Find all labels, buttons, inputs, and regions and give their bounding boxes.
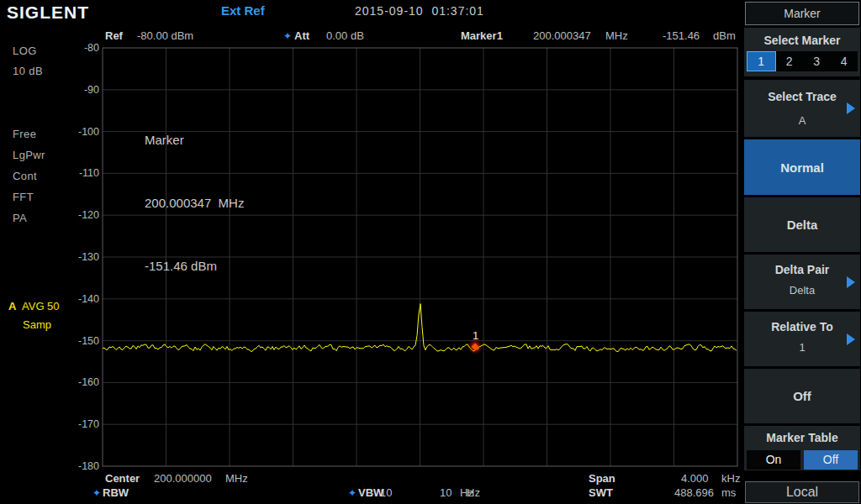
swt-label: SWT: [589, 486, 613, 499]
status-fft-mode: FFT: [13, 191, 34, 203]
vbw-diamond-icon: ✦: [348, 487, 357, 499]
coupling-diamond-icon: ✦: [283, 30, 292, 42]
y-axis-tick-label: -180: [78, 460, 99, 472]
marker-off-softkey[interactable]: Off: [744, 369, 860, 423]
delta-label: Delta: [744, 218, 860, 232]
softkey-menu: Marker Select Marker 1 2 3 4 Select Trac…: [743, 0, 861, 504]
y-axis-tick-label: -100: [78, 126, 99, 138]
span-unit: kHz: [721, 472, 740, 485]
status-lgpwr: LgPwr: [13, 149, 45, 161]
y-axis-tick-label: -140: [78, 293, 99, 305]
marker-select-group: 1 2 3 4: [747, 51, 858, 71]
marker-annotation-title: Marker: [145, 129, 244, 150]
status-db-per-div: 10 dB: [13, 65, 43, 77]
spectrum-plot: -80-90-100-110-120-130-140-150-160-170-1…: [0, 0, 861, 504]
marker-option-1[interactable]: 1: [747, 51, 776, 71]
status-trigger-free: Free: [13, 128, 36, 140]
submenu-arrow-icon: [847, 276, 855, 288]
y-axis-tick-label: -120: [78, 209, 99, 221]
submenu-arrow-icon: [847, 333, 855, 345]
marker-readout-freq: 200.000347: [533, 29, 591, 42]
menu-title: Marker: [745, 2, 859, 25]
spectrum-analyzer-screen: SIGLENT Ext Ref 2015-09-10 01:37:01 Ref …: [0, 0, 861, 504]
y-axis-tick-label: -150: [78, 335, 99, 347]
y-axis-tick-label: -110: [79, 167, 99, 179]
select-marker-softkey[interactable]: Select Marker 1 2 3 4: [744, 28, 860, 76]
relative-to-label: Relative To: [744, 320, 860, 333]
datetime-display: 2015-09-10 01:37:01: [355, 4, 484, 18]
attenuation-label: Att: [294, 29, 309, 42]
brand-logo: SIGLENT: [7, 3, 89, 23]
trace-detector-indicator: Samp: [23, 318, 51, 331]
ref-level-value: -80.00 dBm: [137, 29, 193, 42]
status-preamp: PA: [13, 212, 27, 224]
select-marker-label: Select Marker: [744, 34, 860, 47]
marker-readout-ampl: -151.46: [663, 29, 700, 42]
marker-annotation-ampl: -151.46 dBm: [145, 255, 244, 276]
span-value: 4.000: [681, 472, 709, 485]
marker-table-off-option[interactable]: Off: [804, 450, 858, 470]
ext-ref-status: Ext Ref: [221, 3, 265, 18]
attenuation-value: 0.00 dB: [326, 29, 364, 42]
trace-average-indicator: AVG 50: [22, 300, 60, 312]
marker-table-toggle: On Off: [747, 450, 858, 470]
marker-off-label: Off: [744, 389, 860, 403]
vbw-unit: Hz: [467, 486, 480, 499]
y-axis-tick-label: -130: [78, 251, 99, 263]
rbw-diamond-icon: ✦: [92, 487, 101, 499]
marker-glow: [467, 339, 483, 354]
marker-option-4[interactable]: 4: [831, 51, 858, 71]
select-trace-softkey[interactable]: Select Trace A: [744, 80, 860, 137]
normal-label: Normal: [744, 160, 860, 175]
y-axis-tick-label: -90: [84, 84, 99, 96]
ref-level-label: Ref: [105, 29, 123, 42]
normal-softkey[interactable]: Normal: [744, 139, 860, 195]
local-button[interactable]: Local: [745, 481, 859, 503]
marker-readout-ampl-unit: dBm: [713, 29, 736, 42]
swt-unit: ms: [721, 486, 736, 499]
swt-value: 488.696: [674, 486, 714, 499]
marker-readout-label: Marker1: [461, 29, 503, 42]
relative-to-value: 1: [744, 341, 860, 354]
center-freq-unit: MHz: [225, 472, 248, 485]
marker-table-on-option[interactable]: On: [747, 450, 800, 470]
delta-pair-value: Delta: [744, 284, 860, 297]
marker-table-label: Marker Table: [744, 431, 860, 444]
marker-annotation: Marker 200.000347 MHz -151.46 dBm: [145, 87, 244, 318]
status-log-scale: LOG: [13, 45, 37, 57]
marker-number-label: 1: [473, 329, 478, 342]
delta-pair-softkey[interactable]: Delta Pair Delta: [744, 255, 860, 309]
vbw-label: VBW: [358, 486, 383, 499]
submenu-arrow-icon: [847, 102, 855, 114]
select-trace-label: Select Trace: [744, 90, 860, 103]
rbw-label: RBW: [103, 486, 129, 499]
marker-readout-freq-unit: MHz: [605, 29, 628, 42]
trace-letter-indicator: A: [8, 300, 16, 312]
center-freq-label: Center: [105, 472, 140, 485]
marker-annotation-freq: 200.000347 MHz: [145, 192, 244, 213]
delta-pair-label: Delta Pair: [744, 263, 860, 276]
status-cont-sweep: Cont: [13, 170, 37, 182]
span-label: Span: [589, 472, 615, 485]
center-freq-value: 200.000000: [154, 472, 212, 485]
y-axis-tick-label: -160: [78, 376, 99, 388]
marker-option-3[interactable]: 3: [803, 51, 831, 71]
marker-diamond: [471, 343, 478, 350]
vbw-value: 10: [440, 486, 452, 499]
y-axis-tick-label: -80: [84, 42, 99, 54]
y-axis-tick-label: -170: [78, 418, 99, 430]
select-trace-value: A: [744, 114, 860, 127]
delta-softkey[interactable]: Delta: [744, 197, 860, 252]
relative-to-softkey[interactable]: Relative To 1: [744, 312, 860, 366]
marker-table-softkey[interactable]: Marker Table On Off: [744, 426, 860, 470]
marker-option-2[interactable]: 2: [776, 51, 804, 71]
